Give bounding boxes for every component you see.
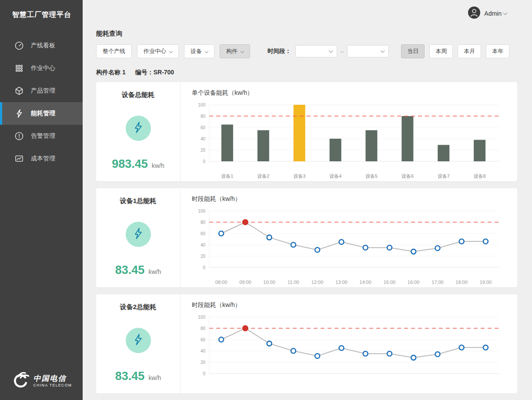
svg-text:设备1: 设备1 [221, 173, 233, 179]
chevron-down-icon [503, 11, 508, 15]
svg-text:100: 100 [198, 103, 205, 107]
logo-text-cn: 中国电信 [33, 374, 72, 383]
chevron-down-icon [205, 49, 208, 53]
stat-unit: kw/h [148, 374, 161, 381]
svg-text:80: 80 [201, 220, 206, 225]
dots-grid-icon [14, 63, 24, 73]
svg-text:20: 20 [201, 254, 206, 259]
period-button-2[interactable]: 本周 [429, 44, 453, 58]
svg-text:0: 0 [203, 159, 205, 164]
stat-value-row: 83.45 kw/h [115, 370, 161, 383]
user-name: Admin [484, 10, 502, 17]
period-button-3[interactable]: 本月 [458, 44, 481, 58]
stat-title: 设备2总能耗 [120, 303, 156, 311]
chart-panel: 单个设备能耗（kw/h） 020406080100设备1设备2设备3设备4设备5… [181, 82, 517, 181]
avatar [468, 7, 480, 20]
chevron-down-icon [329, 49, 333, 53]
svg-text:20: 20 [201, 360, 206, 365]
logo-text-en: CHINA TELECOM [33, 383, 72, 387]
sidebar-item-label: 作业中心 [31, 64, 55, 72]
stat-value: 83.45 [115, 263, 145, 277]
chart-panel: 时段能耗（kw/h） 020406080100 [181, 294, 517, 393]
svg-text:设备4: 设备4 [329, 173, 341, 179]
svg-text:设备8: 设备8 [474, 173, 486, 179]
energy-badge [126, 328, 151, 353]
component-code: SR-700 [154, 69, 174, 76]
sidebar-item-label: 成本管理 [31, 155, 55, 163]
svg-text:设备3: 设备3 [293, 173, 305, 179]
topbar: Admin [83, 0, 532, 27]
china-telecom-symbol-icon [11, 371, 30, 390]
sidebar-item-1[interactable]: 产线看板 [0, 34, 83, 57]
stat-value-row: 83.45 kw/h [115, 263, 161, 277]
stat-panel: 设备1总能耗 83.45 kw/h [96, 188, 181, 287]
svg-text:11:00: 11:00 [288, 280, 299, 285]
time-range-start-select[interactable] [295, 45, 337, 57]
svg-text:100: 100 [198, 315, 205, 320]
component-info: 构件名称 1编号：SR-700 [96, 69, 517, 77]
svg-text:17:00: 17:00 [432, 280, 444, 285]
stat-value: 83.45 [115, 370, 145, 383]
chart-title: 时段能耗（kw/h） [192, 301, 509, 309]
svg-text:18:00: 18:00 [455, 280, 468, 285]
component-name: 构件名称 1 [96, 69, 126, 76]
page-title: 能耗查询 [96, 30, 517, 38]
stat-panel: 设备2总能耗 83.45 kw/h [96, 294, 181, 393]
china-telecom-logo: 中国电信 CHINA TELECOM [0, 371, 83, 390]
sidebar-item-3[interactable]: 产品管理 [0, 80, 83, 102]
svg-text:设备6: 设备6 [402, 173, 414, 179]
sidebar-item-4[interactable]: 能耗管理 [0, 102, 83, 125]
cost-chart-icon [14, 154, 24, 163]
svg-text:16:00: 16:00 [408, 280, 420, 285]
chevron-down-icon [241, 49, 244, 53]
cube-icon [14, 86, 24, 96]
chart-title: 单个设备能耗（kw/h） [192, 89, 509, 97]
svg-text:100: 100 [198, 209, 205, 213]
lightning-icon [131, 120, 145, 136]
filter-toolbar: 整个产线作业中心设备构件时间段：–当日本周本月本年 [96, 44, 517, 58]
gauge-icon [14, 41, 24, 50]
device1-hourly-line-chart: 02040608010008:0009:0010:0011:0012:0013:… [192, 205, 509, 291]
filter-button-3[interactable]: 设备 [184, 44, 214, 58]
svg-text:60: 60 [201, 231, 206, 236]
user-menu[interactable]: Admin [468, 7, 507, 20]
filter-button-1[interactable]: 整个产线 [96, 44, 132, 58]
sidebar: 智慧工厂管理平台 产线看板作业中心产品管理能耗管理告警管理成本管理 中国电信 C… [0, 0, 83, 400]
filter-button-label: 整个产线 [103, 47, 125, 55]
lightning-icon [131, 227, 145, 242]
svg-text:80: 80 [201, 114, 206, 119]
app-root: 智慧工厂管理平台 产线看板作业中心产品管理能耗管理告警管理成本管理 中国电信 C… [0, 0, 532, 400]
svg-text:设备7: 设备7 [438, 173, 450, 179]
sidebar-item-label: 告警管理 [31, 132, 55, 140]
sidebar-item-6[interactable]: 成本管理 [0, 147, 83, 170]
filter-button-2[interactable]: 作业中心 [137, 44, 179, 58]
svg-text:14:00: 14:00 [359, 280, 371, 285]
svg-text:15:00: 15:00 [384, 280, 396, 285]
svg-text:60: 60 [201, 125, 206, 130]
content: 能耗查询 整个产线作业中心设备构件时间段：–当日本周本月本年 构件名称 1编号：… [83, 27, 532, 393]
filter-button-label: 设备 [191, 47, 202, 55]
time-period-label: 时间段： [268, 47, 291, 55]
device-energy-bar-chart: 020406080100设备1设备2设备3设备4设备5设备6设备7设备8 [192, 99, 509, 185]
stat-value-row: 983.45 kw/h [112, 157, 164, 171]
period-button-4[interactable]: 本年 [486, 44, 509, 58]
stat-unit: kw/h [148, 268, 161, 275]
svg-text:12:00: 12:00 [311, 280, 324, 285]
sidebar-item-5[interactable]: 告警管理 [0, 125, 83, 147]
range-separator: – [341, 48, 344, 55]
stat-unit: kw/h [152, 162, 164, 169]
svg-text:40: 40 [201, 243, 206, 247]
filter-button-label: 构件 [226, 47, 238, 55]
period-button-group: 当日本周本月本年 [401, 44, 514, 58]
app-title: 智慧工厂管理平台 [0, 0, 83, 20]
filter-button-4[interactable]: 构件 [220, 44, 250, 58]
svg-text:13:00: 13:00 [335, 280, 348, 285]
stat-title: 设备总能耗 [122, 91, 154, 99]
time-range-end-select[interactable] [347, 45, 389, 57]
energy-badge [126, 222, 151, 247]
sidebar-item-2[interactable]: 作业中心 [0, 57, 83, 80]
sidebar-item-label: 产线看板 [31, 42, 55, 50]
period-button-1[interactable]: 当日 [401, 44, 425, 58]
svg-text:19:00: 19:00 [480, 280, 492, 285]
lightning-icon [131, 333, 145, 348]
